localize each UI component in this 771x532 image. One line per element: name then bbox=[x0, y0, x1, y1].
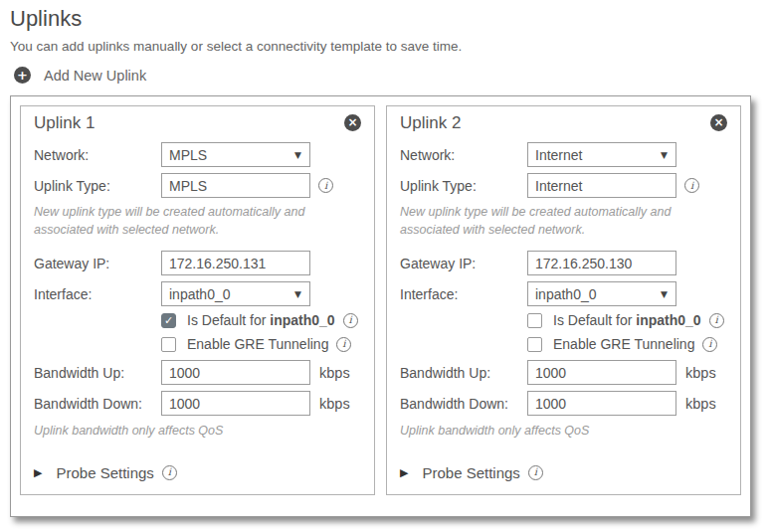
qos-note: Uplink bandwidth only affects QoS bbox=[400, 423, 727, 441]
interface-row: Interface: inpath0_0 ▼ bbox=[34, 281, 361, 306]
network-dropdown-value: MPLS bbox=[169, 147, 207, 163]
is-default-label: Is Default for inpath0_0 bbox=[187, 312, 335, 328]
bandwidth-down-row: Bandwidth Down: kbps bbox=[400, 391, 727, 416]
network-dropdown[interactable]: Internet ▼ bbox=[527, 142, 676, 167]
bandwidth-up-row: Bandwidth Up: kbps bbox=[400, 360, 727, 385]
is-default-label-prefix: Is Default for bbox=[187, 312, 266, 328]
uplink-1-panel: Uplink 1 × Network: MPLS ▼ Uplink Type: … bbox=[20, 105, 375, 495]
probe-settings-label: Probe Settings bbox=[56, 464, 153, 481]
bandwidth-down-label: Bandwidth Down: bbox=[34, 396, 161, 412]
add-new-uplink-button[interactable]: + Add New Uplink bbox=[14, 67, 146, 84]
network-row: Network: Internet ▼ bbox=[400, 142, 727, 167]
gre-label: Enable GRE Tunneling bbox=[187, 336, 328, 352]
gateway-ip-row: Gateway IP: bbox=[400, 251, 727, 275]
info-icon[interactable]: i bbox=[684, 178, 699, 193]
uplink-2-panel: Uplink 2 × Network: Internet ▼ Uplink Ty… bbox=[386, 105, 741, 495]
chevron-down-icon: ▼ bbox=[661, 289, 668, 299]
page-subtitle: You can add uplinks manually or select a… bbox=[10, 39, 761, 54]
info-icon[interactable]: i bbox=[162, 465, 177, 480]
bandwidth-up-input[interactable] bbox=[527, 360, 676, 385]
close-glyph: × bbox=[347, 116, 357, 128]
uplink-type-note: New uplink type will be created automati… bbox=[34, 204, 327, 239]
bandwidth-down-unit: kbps bbox=[685, 396, 716, 412]
interface-dropdown[interactable]: inpath0_0 ▼ bbox=[161, 281, 310, 306]
info-icon[interactable]: i bbox=[343, 313, 358, 328]
gateway-ip-label: Gateway IP: bbox=[400, 256, 527, 271]
interface-dropdown[interactable]: inpath0_0 ▼ bbox=[527, 281, 676, 306]
is-default-interface-name: inpath0_0 bbox=[270, 312, 334, 328]
bandwidth-down-unit: kbps bbox=[319, 396, 350, 412]
add-new-uplink-label: Add New Uplink bbox=[44, 68, 146, 84]
info-icon[interactable]: i bbox=[702, 337, 717, 352]
chevron-down-icon: ▼ bbox=[294, 150, 301, 160]
uplinks-page: Uplinks You can add uplinks manually or … bbox=[0, 0, 771, 517]
is-default-label: Is Default for inpath0_0 bbox=[553, 312, 701, 328]
is-default-row: ✓ Is Default for inpath0_0 i bbox=[161, 312, 361, 328]
is-default-checkbox[interactable]: ✓ bbox=[161, 313, 176, 328]
network-row: Network: MPLS ▼ bbox=[34, 142, 361, 167]
info-glyph: i bbox=[690, 181, 693, 191]
is-default-label-prefix: Is Default for bbox=[553, 312, 632, 328]
bandwidth-up-label: Bandwidth Up: bbox=[400, 365, 527, 381]
gre-checkbox[interactable]: ✓ bbox=[527, 337, 542, 352]
close-glyph: × bbox=[713, 116, 723, 128]
info-glyph: i bbox=[534, 467, 537, 477]
interface-label: Interface: bbox=[400, 286, 527, 302]
network-dropdown-value: Internet bbox=[535, 147, 582, 163]
close-icon[interactable]: × bbox=[710, 114, 727, 131]
uplink-2-header: Uplink 2 × bbox=[400, 113, 727, 133]
gre-checkbox[interactable]: ✓ bbox=[161, 337, 176, 352]
interface-dropdown-value: inpath0_0 bbox=[535, 286, 597, 302]
gre-label: Enable GRE Tunneling bbox=[553, 336, 694, 352]
is-default-checkbox[interactable]: ✓ bbox=[527, 313, 542, 328]
info-icon[interactable]: i bbox=[318, 178, 333, 193]
info-icon[interactable]: i bbox=[528, 465, 543, 480]
probe-settings-expander[interactable]: ▶ Probe Settings i bbox=[34, 464, 177, 481]
is-default-interface-name: inpath0_0 bbox=[636, 312, 700, 328]
info-icon[interactable]: i bbox=[709, 313, 724, 328]
uplink-1-title: Uplink 1 bbox=[34, 113, 95, 133]
close-icon[interactable]: × bbox=[344, 114, 361, 131]
interface-label: Interface: bbox=[34, 286, 161, 302]
info-glyph: i bbox=[708, 339, 711, 349]
info-glyph: i bbox=[324, 181, 327, 191]
chevron-down-icon: ▼ bbox=[661, 150, 668, 160]
bandwidth-down-input[interactable] bbox=[161, 391, 310, 416]
gateway-ip-input[interactable] bbox=[161, 251, 310, 275]
gateway-ip-label: Gateway IP: bbox=[34, 256, 161, 271]
probe-settings-expander[interactable]: ▶ Probe Settings i bbox=[400, 464, 543, 481]
uplink-type-label: Uplink Type: bbox=[400, 178, 527, 194]
qos-note: Uplink bandwidth only affects QoS bbox=[34, 423, 361, 441]
gre-row: ✓ Enable GRE Tunneling i bbox=[161, 336, 361, 352]
uplink-type-row: Uplink Type: i bbox=[34, 173, 361, 198]
info-glyph: i bbox=[349, 315, 352, 325]
bandwidth-down-input[interactable] bbox=[527, 391, 676, 416]
plus-circle-icon: + bbox=[14, 67, 31, 84]
info-glyph: i bbox=[715, 315, 718, 325]
uplink-type-input[interactable] bbox=[527, 173, 676, 198]
uplink-2-title: Uplink 2 bbox=[400, 113, 461, 133]
triangle-right-icon: ▶ bbox=[400, 466, 408, 479]
info-icon[interactable]: i bbox=[336, 337, 351, 352]
interface-dropdown-value: inpath0_0 bbox=[169, 286, 231, 302]
interface-row: Interface: inpath0_0 ▼ bbox=[400, 281, 727, 306]
uplink-type-label: Uplink Type: bbox=[34, 178, 161, 194]
check-icon: ✓ bbox=[164, 315, 173, 326]
bandwidth-up-input[interactable] bbox=[161, 360, 310, 385]
bandwidth-up-row: Bandwidth Up: kbps bbox=[34, 360, 361, 385]
gre-row: ✓ Enable GRE Tunneling i bbox=[527, 336, 727, 352]
network-dropdown[interactable]: MPLS ▼ bbox=[161, 142, 310, 167]
chevron-down-icon: ▼ bbox=[294, 289, 301, 299]
info-glyph: i bbox=[342, 339, 345, 349]
gateway-ip-row: Gateway IP: bbox=[34, 251, 361, 275]
is-default-row: ✓ Is Default for inpath0_0 i bbox=[527, 312, 727, 328]
network-label: Network: bbox=[34, 147, 161, 163]
gateway-ip-input[interactable] bbox=[527, 251, 676, 275]
bandwidth-down-row: Bandwidth Down: kbps bbox=[34, 391, 361, 416]
uplink-1-header: Uplink 1 × bbox=[34, 113, 361, 133]
triangle-right-icon: ▶ bbox=[34, 466, 42, 479]
page-title: Uplinks bbox=[10, 6, 761, 32]
bandwidth-up-unit: kbps bbox=[685, 365, 716, 381]
uplink-type-input[interactable] bbox=[161, 173, 310, 198]
bandwidth-down-label: Bandwidth Down: bbox=[400, 396, 527, 412]
